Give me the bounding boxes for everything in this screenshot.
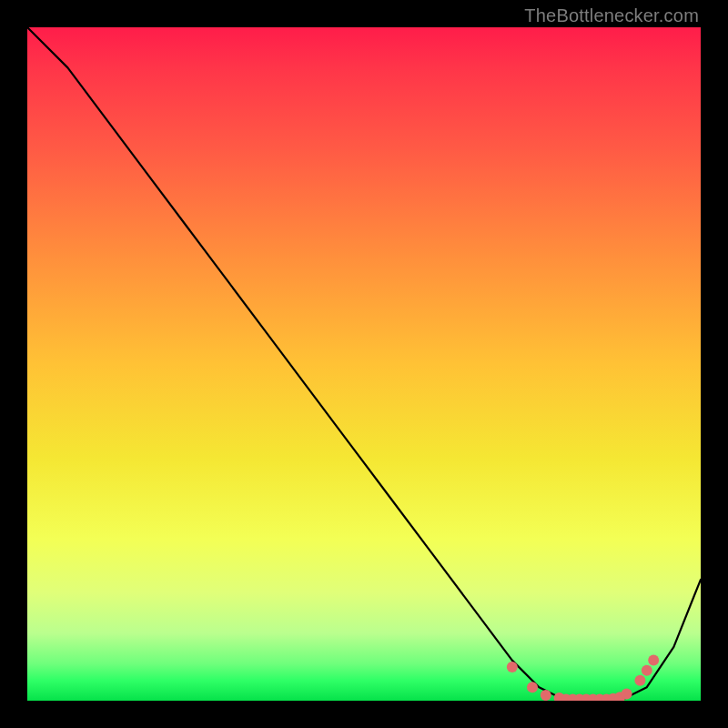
marker-point: [642, 665, 652, 676]
attribution-label: TheBottlenecker.com: [524, 5, 699, 26]
marker-point: [634, 675, 645, 686]
marker-point: [541, 690, 551, 701]
marker-point: [527, 682, 538, 693]
marker-point: [622, 689, 632, 700]
marker-point: [648, 655, 659, 666]
plot-area: [27, 27, 701, 701]
curve-overlay: [27, 27, 701, 701]
bottleneck-curve: [27, 27, 701, 701]
chart-stage: TheBottlenecker.com: [0, 0, 728, 728]
marker-point: [507, 662, 518, 672]
